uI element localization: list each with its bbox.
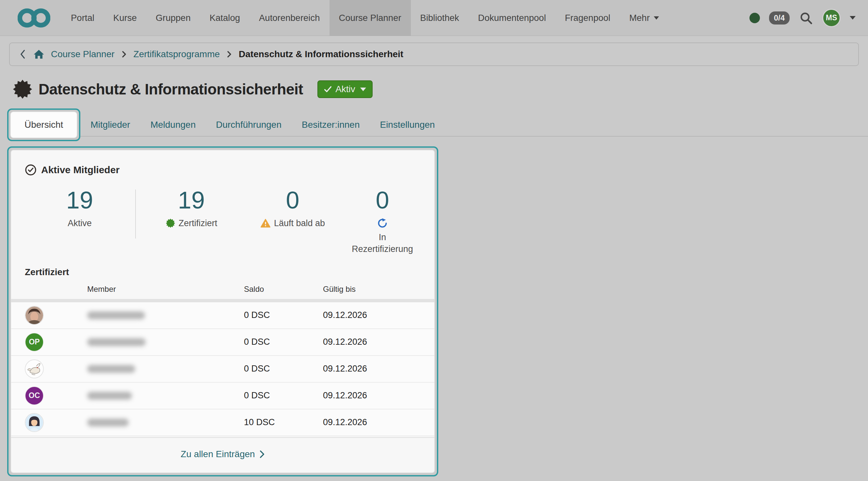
valid-until-value: 09.12.2026 [323,310,434,320]
seal-icon [165,218,175,228]
stat-zertifiziert-label: Zertifiziert [179,218,217,229]
certificate-seal-icon [12,79,33,99]
valid-until-value: 09.12.2026 [323,364,434,374]
saldo-value: 10 DSC [244,417,323,427]
saldo-value: 0 DSC [244,337,323,347]
nav-item-gruppen[interactable]: Gruppen [146,0,200,36]
nav-item-autorenbereich[interactable]: Autorenbereich [249,0,330,36]
table-row[interactable]: 0 DSC 09.12.2026 [11,356,434,383]
tab-einstellungen[interactable]: Einstellungen [370,120,445,130]
avatar [25,359,44,379]
avatar-initials: OP [25,333,44,352]
check-circle-icon [25,164,37,176]
stat-zertifiziert-value: 19 [136,187,247,213]
breadcrumb-separator-chevron-icon [121,50,127,58]
member-name-redacted [87,311,145,319]
chevron-down-icon [360,88,366,91]
table-row[interactable]: 10 DSC 09.12.2026 [11,410,434,436]
column-header-gueltig-bis: Gültig bis [323,284,434,294]
chevron-right-icon [259,450,265,458]
search-button[interactable] [799,11,813,25]
column-header-member: Member [87,284,244,294]
member-name-redacted [87,365,135,373]
tab-bar-divider [80,136,868,137]
tab-uebersicht[interactable]: Übersicht [7,109,80,141]
valid-until-value: 09.12.2026 [323,390,434,401]
home-icon [33,49,45,60]
stat-in-rezertifizierung: 0 In Rezertifizierung [338,187,427,255]
warning-icon [260,218,271,228]
presence-status-dot [749,13,760,23]
breadcrumb: Course Planner Zertifikatsprogramme Date… [9,42,859,66]
table-row[interactable]: 0 DSC 09.12.2026 [11,302,434,329]
top-navbar: Portal Kurse Gruppen Katalog Autorenbere… [0,0,868,36]
nav-item-bibliothek[interactable]: Bibliothek [411,0,469,36]
all-entries-link[interactable]: Zu allen Einträgen [181,449,265,459]
breadcrumb-link-zertifikatsprogramme[interactable]: Zertifikatsprogramme [133,49,220,59]
stat-aktive-label: Aktive [24,218,135,229]
photo-avatar-woman [26,306,43,325]
tab-durchfuehrungen[interactable]: Durchführungen [206,120,291,130]
status-dropdown-button[interactable]: Aktiv [317,80,373,98]
tab-mitglieder[interactable]: Mitglieder [80,120,140,130]
check-icon [324,86,332,93]
breadcrumb-current: Datenschutz & Informationssicherheit [239,49,403,59]
user-menu-chevron-down-icon[interactable] [850,16,856,20]
stat-laeuft-bald-ab: 0 Läuft bald ab [247,187,338,229]
all-entries-link-label: Zu allen Einträgen [181,449,255,459]
stat-zertifiziert: 19 Zertifiziert [136,187,247,229]
avatar-initials: OC [25,386,44,405]
stat-in-rezertifizierung-label: In Rezertifizierung [348,231,417,255]
nav-item-course-planner[interactable]: Course Planner [330,0,411,36]
chevron-down-icon [654,16,659,20]
nav-item-dokumentenpool[interactable]: Dokumentenpool [469,0,556,36]
status-label: Aktiv [335,84,355,94]
search-icon [799,11,813,25]
member-name-redacted [87,419,129,426]
breadcrumb-link-course-planner[interactable]: Course Planner [51,49,115,59]
table-row[interactable]: OP 0 DSC 09.12.2026 [11,329,434,356]
nav-item-kurse[interactable]: Kurse [104,0,146,36]
saldo-value: 0 DSC [244,364,323,374]
home-button[interactable] [33,49,45,60]
saldo-value: 0 DSC [244,390,323,401]
breadcrumb-separator-chevron-icon [226,50,232,58]
tab-besitzerinnen[interactable]: Besitzer:innen [291,120,370,130]
member-name-redacted [87,338,146,346]
card-heading-row: Aktive Mitglieder [11,150,434,176]
back-button[interactable] [18,49,27,59]
table-row[interactable]: OC 0 DSC 09.12.2026 [11,383,434,410]
card-heading: Aktive Mitglieder [41,164,120,176]
active-members-card: Aktive Mitglieder 19 Aktive 19 Zertifizi… [10,150,435,473]
refresh-icon [377,218,387,228]
nav-item-katalog[interactable]: Katalog [200,0,249,36]
chevron-left-icon [18,49,27,59]
tab-meldungen[interactable]: Meldungen [141,120,206,130]
avatar [25,306,44,325]
stat-laeuft-bald-ab-label: Läuft bald ab [274,218,325,229]
valid-until-value: 09.12.2026 [323,417,434,427]
tab-uebersicht-label: Übersicht [10,112,78,138]
page-title-row: Datenschutz & Informationssicherheit Akt… [12,79,868,99]
overview-card-focus-outline: Aktive Mitglieder 19 Aktive 19 Zertifizi… [7,146,438,476]
user-avatar[interactable]: MS [822,9,841,27]
stat-laeuft-bald-ab-value: 0 [247,187,338,213]
certified-section-title: Zertifiziert [25,267,434,277]
app-logo[interactable] [18,0,50,36]
nav-item-portal[interactable]: Portal [61,0,104,36]
member-name-redacted [87,392,132,400]
stat-aktive: 19 Aktive [24,187,135,229]
tab-bar: Übersicht Mitglieder Meldungen Durchführ… [0,108,868,142]
page-title: Datenschutz & Informationssicherheit [38,80,303,98]
notification-counter-badge[interactable]: 0/4 [769,11,789,25]
saldo-value: 0 DSC [244,310,323,320]
cartoon-goat-avatar [26,359,43,379]
table-header: Member Saldo Gültig bis [11,284,434,299]
nav-item-mehr[interactable]: Mehr [620,0,669,36]
valid-until-value: 09.12.2026 [323,337,434,347]
member-stats-row: 19 Aktive 19 Zertifiziert 0 [11,187,434,255]
nav-item-mehr-label: Mehr [629,13,650,23]
nav-item-fragenpool[interactable]: Fragenpool [556,0,620,36]
avatar [25,413,44,432]
card-footer: Zu allen Einträgen [11,437,434,473]
